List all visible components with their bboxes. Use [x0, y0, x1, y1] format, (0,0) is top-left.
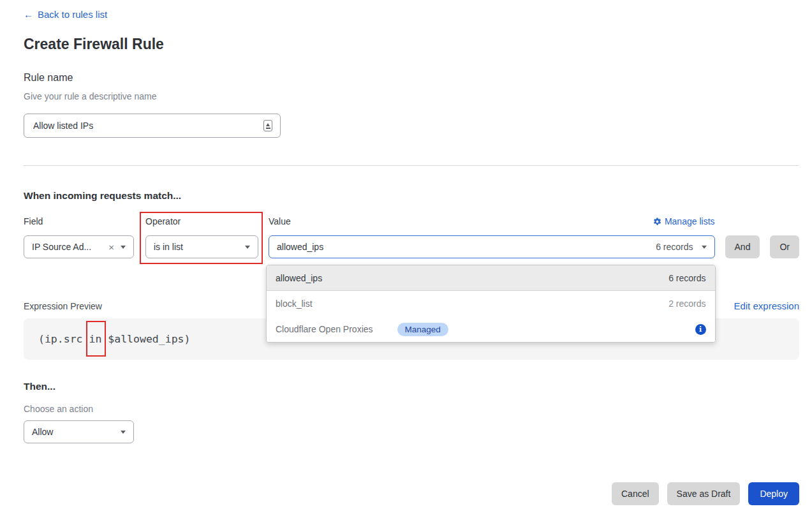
- operator-column: Operator is in list: [145, 216, 258, 258]
- value-select[interactable]: allowed_ips 6 records: [269, 235, 715, 258]
- lists-dropdown: allowed_ips 6 records block_list 2 recor…: [266, 265, 716, 343]
- list-option-records: 2 records: [668, 299, 705, 309]
- field-column: Field IP Source Ad... ×: [24, 216, 134, 258]
- list-option-block-list[interactable]: block_list 2 records: [267, 291, 715, 316]
- field-selected-value: IP Source Ad...: [32, 242, 91, 252]
- rule-name-input[interactable]: [32, 120, 263, 131]
- value-label: Value: [269, 216, 291, 226]
- action-helper: Choose an action: [24, 404, 799, 414]
- footer-actions: Cancel Save as Draft Deploy: [24, 482, 799, 505]
- field-select[interactable]: IP Source Ad... ×: [24, 235, 134, 258]
- value-selected-text: allowed_ips: [277, 242, 323, 252]
- expression-preview-label: Expression Preview: [24, 301, 102, 311]
- manage-lists-label: Manage lists: [665, 216, 715, 226]
- chevron-down-icon: [121, 431, 126, 434]
- field-clear-icon[interactable]: ×: [108, 242, 114, 252]
- action-select[interactable]: Allow: [24, 420, 134, 443]
- list-option-name: allowed_ips: [276, 273, 322, 283]
- operator-select[interactable]: is in list: [145, 235, 258, 258]
- list-option-cloudflare-open-proxies[interactable]: Cloudflare Open Proxies Managed i: [267, 316, 715, 342]
- cancel-button[interactable]: Cancel: [612, 482, 659, 505]
- create-firewall-rule-page: ← Back to rules list Create Firewall Rul…: [24, 0, 799, 505]
- info-icon[interactable]: i: [695, 324, 706, 335]
- manage-lists-link[interactable]: Manage lists: [653, 216, 715, 226]
- rule-name-helper: Give your rule a descriptive name: [24, 91, 799, 101]
- edit-expression-link[interactable]: Edit expression: [734, 300, 799, 311]
- then-section-heading: Then...: [24, 381, 799, 392]
- operator-label: Operator: [145, 216, 258, 226]
- back-to-rules-link[interactable]: ← Back to rules list: [24, 9, 107, 20]
- action-selected-value: Allow: [32, 427, 53, 437]
- page-title: Create Firewall Rule: [24, 36, 799, 53]
- deploy-button[interactable]: Deploy: [748, 482, 799, 505]
- or-button[interactable]: Or: [770, 235, 799, 258]
- expression-code: (ip.src in $allowed_ips): [38, 333, 190, 345]
- save-draft-button[interactable]: Save as Draft: [667, 482, 741, 505]
- list-option-name: block_list: [276, 299, 313, 309]
- autofill-icon: [263, 120, 272, 131]
- operator-selected-value: is in list: [154, 242, 183, 252]
- chevron-down-icon: [245, 246, 250, 249]
- value-records-count: 6 records: [656, 242, 693, 252]
- managed-badge: Managed: [397, 323, 448, 336]
- back-link-label: Back to rules list: [38, 9, 107, 20]
- field-label: Field: [24, 216, 134, 226]
- match-builder-row: Field IP Source Ad... × Operator is in l…: [24, 216, 799, 258]
- rule-name-field[interactable]: [24, 114, 281, 138]
- section-divider: [24, 165, 799, 166]
- list-option-records: 6 records: [668, 273, 705, 283]
- and-button[interactable]: And: [725, 235, 760, 258]
- value-column: Value Manage lists allowed_ips 6 records…: [269, 216, 715, 258]
- rule-name-label: Rule name: [24, 72, 799, 84]
- chevron-down-icon: [121, 246, 126, 249]
- back-arrow-icon: ←: [24, 9, 33, 20]
- list-option-allowed-ips[interactable]: allowed_ips 6 records: [267, 265, 715, 291]
- gear-icon: [653, 218, 661, 226]
- chevron-down-icon: [702, 246, 707, 249]
- match-section-heading: When incoming requests match...: [24, 190, 799, 202]
- connector-buttons: And Or: [725, 235, 799, 258]
- list-option-name: Cloudflare Open Proxies: [276, 324, 373, 334]
